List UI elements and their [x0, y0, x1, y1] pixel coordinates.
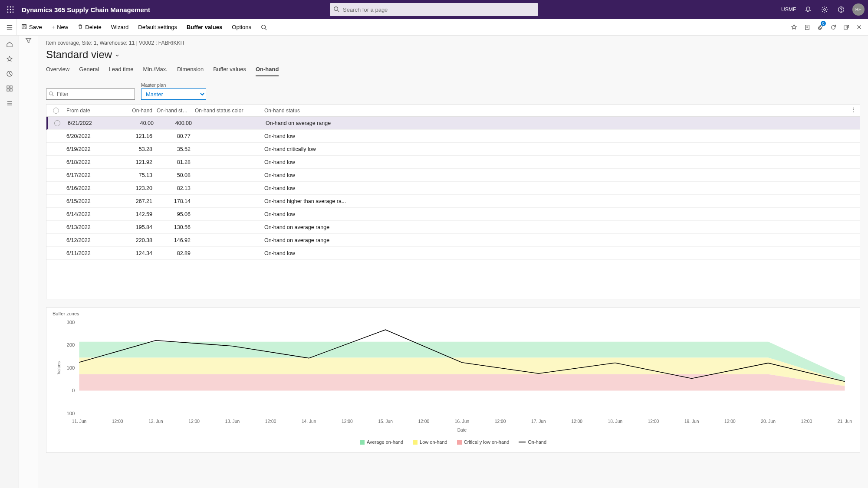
- cell-onhand-status-num: 95.06: [157, 211, 195, 217]
- svg-point-34: [49, 92, 53, 95]
- default-settings-button[interactable]: Default settings: [133, 19, 182, 35]
- svg-line-10: [338, 10, 339, 12]
- tab-on-hand[interactable]: On-hand: [256, 66, 279, 76]
- nav-recent-icon[interactable]: [3, 67, 16, 81]
- view-selector[interactable]: Standard view: [46, 49, 860, 61]
- save-button[interactable]: Save: [16, 19, 47, 35]
- cell-status-text: On-hand on average range: [261, 120, 860, 126]
- attachments-icon[interactable]: 0: [814, 19, 827, 35]
- table-row[interactable]: 6/20/2022121.1680.77On-hand low: [46, 130, 860, 143]
- legend-low-swatch: [413, 440, 418, 445]
- cell-onhand: 220.38: [122, 237, 157, 243]
- col-on-hand-status[interactable]: On-hand status: [260, 108, 860, 114]
- table-row[interactable]: 6/14/2022142.5995.06On-hand low: [46, 208, 860, 221]
- svg-line-35: [52, 95, 53, 96]
- svg-point-2: [13, 7, 14, 8]
- cell-date: 6/15/2022: [66, 198, 122, 204]
- svg-text:12:00: 12:00: [495, 419, 506, 424]
- table-row[interactable]: 6/18/2022121.9281.28On-hand low: [46, 156, 860, 169]
- filter-pane-icon[interactable]: [25, 37, 32, 46]
- personalize-icon[interactable]: [787, 19, 801, 35]
- cell-date: 6/21/2022: [67, 120, 123, 126]
- close-icon[interactable]: [853, 19, 865, 35]
- app-launcher-icon[interactable]: [3, 3, 17, 16]
- help-icon[interactable]: [833, 2, 849, 17]
- svg-text:-100: -100: [65, 411, 75, 416]
- svg-point-13: [841, 11, 841, 11]
- buffer-values-button[interactable]: Buffer values: [182, 19, 227, 35]
- user-avatar[interactable]: BE: [852, 3, 865, 16]
- col-from-date[interactable]: From date: [66, 108, 122, 114]
- cell-date: 6/18/2022: [66, 159, 122, 165]
- select-all-checkbox[interactable]: [53, 108, 59, 114]
- cell-onhand-status-num: 80.77: [157, 133, 195, 139]
- cell-status-text: On-hand on average range: [260, 237, 860, 243]
- tab-general[interactable]: General: [79, 66, 99, 76]
- svg-point-5: [13, 9, 14, 10]
- tab-overview[interactable]: Overview: [46, 66, 69, 76]
- col-on-hand-status-color[interactable]: On-hand status color: [195, 108, 260, 114]
- global-search-input[interactable]: [330, 3, 538, 16]
- buffer-zones-chart: -1000100200300Values11. Jun12:0012. Jun1…: [53, 318, 854, 435]
- grid-more-icon[interactable]: ⋮: [851, 107, 856, 113]
- master-plan-select[interactable]: Master: [141, 88, 206, 100]
- svg-point-0: [7, 7, 9, 8]
- notifications-icon[interactable]: [800, 2, 816, 17]
- cell-onhand-status-num: 130.56: [157, 224, 195, 230]
- svg-text:12:00: 12:00: [648, 419, 659, 424]
- nav-home-icon[interactable]: [3, 37, 16, 51]
- cell-onhand: 124.34: [122, 250, 157, 256]
- new-button[interactable]: +New: [47, 19, 73, 35]
- nav-toggle-icon[interactable]: [3, 19, 16, 35]
- nav-favorites-icon[interactable]: [3, 52, 16, 66]
- svg-point-1: [10, 7, 11, 8]
- table-row[interactable]: 6/17/202275.1350.08On-hand low: [46, 169, 860, 182]
- grid-filter-input[interactable]: [46, 88, 135, 100]
- tab-buffer-values[interactable]: Buffer values: [213, 66, 246, 76]
- svg-text:19. Jun: 19. Jun: [684, 419, 699, 424]
- svg-text:12:00: 12:00: [112, 419, 123, 424]
- svg-point-7: [10, 12, 11, 13]
- options-button[interactable]: Options: [227, 19, 256, 35]
- col-on-hand-status-num[interactable]: On-hand statu...: [157, 108, 195, 114]
- cell-status-text: On-hand low: [260, 250, 860, 256]
- col-on-hand[interactable]: On-hand: [122, 108, 157, 114]
- delete-label: Delete: [85, 24, 102, 30]
- delete-button[interactable]: Delete: [73, 19, 106, 35]
- table-row[interactable]: 6/19/202253.2835.52On-hand critically lo…: [46, 143, 860, 156]
- table-row[interactable]: 6/21/202240.00400.00On-hand on average r…: [46, 117, 860, 130]
- nav-modules-icon[interactable]: [3, 96, 16, 110]
- svg-text:100: 100: [66, 365, 75, 370]
- cell-onhand: 53.28: [122, 146, 157, 152]
- tab-lead-time[interactable]: Lead time: [108, 66, 133, 76]
- wizard-button[interactable]: Wizard: [106, 19, 133, 35]
- action-search-icon[interactable]: [256, 19, 272, 35]
- table-row[interactable]: 6/11/2022124.3482.89On-hand low: [46, 247, 860, 260]
- cell-onhand-status-num: 400.00: [158, 120, 196, 126]
- table-row[interactable]: 6/15/2022267.21178.14On-hand higher than…: [46, 195, 860, 208]
- legal-entity[interactable]: USMF: [781, 7, 796, 13]
- svg-text:Date: Date: [457, 428, 467, 432]
- svg-point-3: [7, 9, 9, 10]
- settings-icon[interactable]: [817, 2, 832, 17]
- table-row[interactable]: 6/16/2022123.2082.13On-hand low: [46, 182, 860, 195]
- svg-text:14. Jun: 14. Jun: [302, 419, 316, 424]
- nav-workspaces-icon[interactable]: [3, 82, 16, 95]
- cell-onhand-status-num: 82.89: [157, 250, 195, 256]
- row-select[interactable]: [54, 120, 60, 126]
- tab-dimension[interactable]: Dimension: [177, 66, 204, 76]
- popout-icon[interactable]: [840, 19, 853, 35]
- svg-rect-27: [7, 86, 9, 88]
- cell-onhand: 121.16: [122, 133, 157, 139]
- cell-onhand: 121.92: [122, 159, 157, 165]
- svg-text:12:00: 12:00: [188, 419, 200, 424]
- cell-date: 6/13/2022: [66, 224, 122, 230]
- table-row[interactable]: 6/13/2022195.84130.56On-hand on average …: [46, 221, 860, 234]
- table-row[interactable]: 6/12/2022220.38146.92On-hand on average …: [46, 234, 860, 247]
- refresh-icon[interactable]: [827, 19, 840, 35]
- svg-text:12:00: 12:00: [801, 419, 812, 424]
- svg-point-11: [824, 9, 825, 10]
- cell-date: 6/14/2022: [66, 211, 122, 217]
- page-options-icon[interactable]: [801, 19, 814, 35]
- tab-min-max-[interactable]: Min./Max.: [143, 66, 168, 76]
